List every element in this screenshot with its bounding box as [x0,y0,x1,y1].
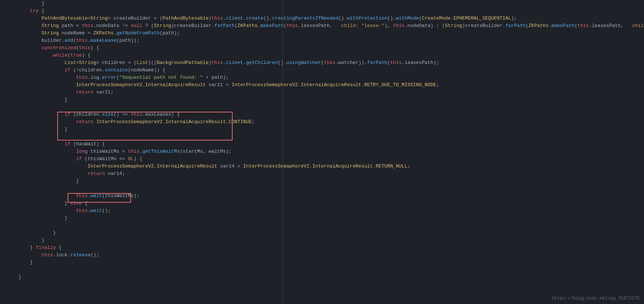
code-line [0,185,644,192]
code-line [0,222,644,229]
code-line: List<String> children = (List)((Backgrou… [0,59,644,67]
code-line: this.wait(); [0,207,644,215]
code-line: if (children.size() <= this.maxLeases) { [0,111,644,118]
code-line: } [0,259,644,266]
code-line: } [0,178,644,185]
code-line: } [0,229,644,237]
code-line: this.wait(thisWaitMs); [0,192,644,200]
code-line: InterProcessSemaphoreV2.InternalAcquireR… [0,163,644,170]
code-line: synchronized(this) { [0,44,644,52]
code-line: PathAndBytesable<String> createBuilder =… [0,15,644,22]
code-line: String path = this.nodeData != null ? (S… [0,22,644,30]
code-line: } finally { [0,244,644,251]
code-line: long thisWaitMs = this.getThisWaitMs(sta… [0,148,644,155]
code-line [0,133,644,141]
code-line: } [0,96,644,104]
code-line [0,104,644,111]
code-line: builder.add(this.makeLease(path)); [0,37,644,44]
code-line: try { [0,7,644,15]
code-line: return InterProcessSemaphoreV2.InternalA… [0,118,644,126]
code-line: String nodeName = ZKPaths.getNodeFromPat… [0,30,644,37]
code-line: if (thisWaitMs <= 0L) { [0,155,644,163]
code-line: this.log.error("Sequential path not foun… [0,74,644,81]
code-line: } [0,237,644,244]
code-line: } [0,274,644,281]
code-line: if (!children.contains(nodeName)) { [0,67,644,74]
code-line: InterProcessSemaphoreV2.InternalAcquireR… [0,81,644,89]
vertical-divider [282,0,283,304]
code-line: } [0,0,644,7]
code-line: this.lock.release(); [0,251,644,259]
code-line: return var21; [0,89,644,96]
code-line [0,266,644,274]
code-line: while(true) { [0,52,644,59]
code-line: } else { [0,200,644,207]
code-line: return var14; [0,170,644,178]
code-line: } [0,126,644,133]
code-line: } [0,215,644,222]
code-editor: } try { PathAndBytesable<String> createB… [0,0,644,304]
code-line: if (hasWait) { [0,141,644,148]
watermark: https://blog.csdn.net/qq_31873375 [552,296,640,301]
